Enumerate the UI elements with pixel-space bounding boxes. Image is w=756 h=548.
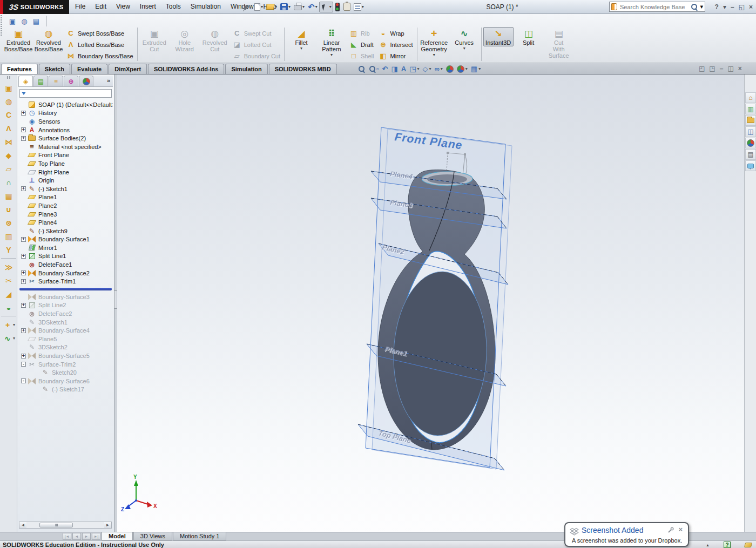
split-button[interactable]: Split ▾ bbox=[514, 27, 544, 46]
tree-item[interactable]: Sketch20 bbox=[18, 368, 113, 377]
doc-cascade-icon[interactable]: ◫ bbox=[727, 65, 733, 72]
replace-face-icon[interactable]: ▥ bbox=[1, 229, 16, 243]
search-dropdown-icon[interactable]: ▾ bbox=[700, 3, 703, 10]
dimxpertmanager-tab[interactable]: ⊕ bbox=[64, 76, 78, 86]
undo-button[interactable]: ↶▾ bbox=[306, 2, 319, 12]
doc-close-icon[interactable]: × bbox=[738, 65, 742, 72]
tree-item[interactable]: Plane1 bbox=[18, 193, 113, 202]
ribbon-block[interactable]: ▾ Rib Draft Shell bbox=[347, 27, 376, 61]
edit-appearance-icon[interactable] bbox=[446, 64, 454, 73]
solidworks-forum-tab[interactable] bbox=[745, 160, 756, 171]
extruded-boss-base-button[interactable]: Extruded Boss/Base ▾ bbox=[3, 27, 33, 52]
tree-item[interactable]: Plane2 bbox=[18, 201, 113, 210]
tree-item[interactable]: Top Plane bbox=[18, 159, 113, 168]
print-button[interactable]: ▾ bbox=[292, 2, 306, 12]
swept-surface-icon[interactable]: C bbox=[1, 108, 16, 121]
tree-item[interactable]: + History bbox=[18, 109, 113, 118]
tree-item[interactable]: + (-) Sketch1 bbox=[18, 185, 113, 193]
addin-icon-3[interactable]: ▤ bbox=[31, 17, 41, 26]
expand-toggle[interactable]: + bbox=[21, 254, 26, 259]
expand-toggle[interactable]: + bbox=[21, 328, 26, 333]
toolbar-grip[interactable] bbox=[1, 15, 2, 37]
doc-restore-left-icon[interactable]: ◰ bbox=[699, 65, 705, 72]
open-button[interactable]: ▾ bbox=[265, 2, 279, 12]
expand-toggle[interactable]: + bbox=[21, 279, 26, 284]
cut-with-surface-button[interactable]: Cut With Surface ▾ bbox=[544, 27, 574, 59]
feature-tree-filter-input[interactable] bbox=[28, 90, 110, 97]
tree-item[interactable]: Front Plane bbox=[18, 151, 113, 160]
ribbon-stack-button[interactable]: Draft bbox=[349, 39, 374, 50]
help-status-icon[interactable]: ? bbox=[724, 542, 731, 548]
apply-scene-icon[interactable]: ▾ bbox=[457, 64, 468, 73]
tree-item[interactable]: + Boundary-Surface1 bbox=[18, 235, 113, 244]
tree-item[interactable]: Origin bbox=[18, 176, 113, 185]
addin-icon-2[interactable]: ◍ bbox=[19, 17, 29, 26]
last-tab-button[interactable]: ►| bbox=[92, 533, 100, 540]
linear-pattern-button[interactable]: Linear Pattern ▾ bbox=[316, 27, 347, 57]
tree-item[interactable]: - Surface-Trim2 bbox=[18, 360, 113, 369]
expand-toggle[interactable]: + bbox=[21, 270, 26, 275]
viewport-3d-scene[interactable]: Front Plane Plane4 Plane3 Plane2 Plane1 … bbox=[117, 75, 744, 532]
ribbon-block[interactable]: ▾ Wrap Intersect Mirror bbox=[376, 27, 415, 61]
tree-item[interactable]: + Surface-Trim1 bbox=[18, 277, 113, 286]
expand-toggle[interactable]: + bbox=[21, 111, 26, 116]
instant3d-button[interactable]: Instant3D ▾ bbox=[483, 27, 514, 46]
notification-close-icon[interactable]: × bbox=[678, 525, 683, 533]
tag-icon[interactable] bbox=[744, 543, 752, 547]
tree-item[interactable]: DeleteFace1 bbox=[18, 260, 113, 269]
design-library-tab[interactable]: ▥ bbox=[745, 104, 756, 114]
ribbon-stack-button[interactable]: Shell bbox=[349, 51, 374, 61]
menu-item[interactable]: Tools bbox=[161, 0, 186, 13]
revolved-surface-icon[interactable]: ◍ bbox=[1, 94, 16, 108]
tree-item[interactable]: Plane3 bbox=[18, 210, 113, 219]
configurationmanager-tab[interactable]: ≡ bbox=[49, 76, 63, 86]
tree-item[interactable]: (-) Sketch17 bbox=[18, 385, 113, 394]
command-tab[interactable]: Simulation bbox=[225, 64, 267, 74]
expand-toggle[interactable]: - bbox=[21, 378, 26, 383]
tree-item[interactable]: + Split Line2 bbox=[18, 301, 113, 310]
propertymanager-tab[interactable]: ▤ bbox=[33, 76, 48, 86]
tree-item[interactable]: Plane4 bbox=[18, 218, 113, 227]
file-explorer-tab[interactable] bbox=[745, 115, 756, 126]
trim-surface-icon[interactable]: ✂ bbox=[1, 274, 16, 287]
planar-surface-icon[interactable]: ▱ bbox=[1, 162, 16, 175]
tree-item[interactable]: 3DSketch1 bbox=[18, 318, 113, 327]
offset-surface-icon[interactable]: ◆ bbox=[1, 148, 16, 162]
dropdown-arrow-icon[interactable]: ▾ bbox=[463, 46, 465, 51]
menu-item[interactable]: Insert bbox=[135, 0, 161, 13]
dropdown-arrow-icon[interactable]: ▾ bbox=[300, 46, 302, 51]
extend-surface-icon[interactable]: ≫ bbox=[1, 258, 16, 274]
tree-item[interactable]: + Boundary-Surface2 bbox=[18, 269, 113, 278]
minimize-button[interactable]: – bbox=[731, 3, 734, 11]
command-tab[interactable]: Features bbox=[1, 64, 38, 74]
tree-item[interactable]: Boundary-Surface3 bbox=[18, 293, 113, 301]
tree-item[interactable]: Material <not specified> bbox=[18, 143, 113, 151]
reference-geometry-button[interactable]: Reference Geometry ▾ bbox=[419, 27, 449, 57]
filled-surface-icon[interactable]: ◒ bbox=[1, 301, 16, 314]
new-document-button[interactable]: ▾ bbox=[253, 2, 265, 12]
tree-item[interactable]: + Annotations bbox=[18, 126, 113, 134]
display-style-icon[interactable]: ◇▾ bbox=[423, 64, 431, 73]
save-button[interactable]: ▾ bbox=[279, 2, 292, 12]
tree-item[interactable]: SOAP (1) (Default<<Default>_ bbox=[18, 100, 113, 109]
scroll-left-arrow-icon[interactable]: ◄ bbox=[19, 522, 26, 528]
tree-item[interactable]: + Surface Bodies(2) bbox=[18, 134, 113, 143]
ribbon-stack-button[interactable]: Swept Boss/Base bbox=[66, 28, 133, 38]
ribbon-stack-button[interactable]: Wrap bbox=[378, 28, 413, 38]
tree-item[interactable]: Plane5 bbox=[18, 335, 113, 343]
command-tab[interactable]: Sketch bbox=[39, 64, 70, 74]
expand-toggle[interactable]: + bbox=[21, 186, 26, 191]
menu-item[interactable]: Edit bbox=[90, 0, 111, 13]
zoom-to-fit-icon[interactable] bbox=[358, 64, 366, 73]
options-clipboard-icon[interactable] bbox=[343, 3, 350, 11]
ribbon-stack-button[interactable]: Boundary Cut bbox=[232, 51, 280, 61]
first-tab-button[interactable]: |◄ bbox=[63, 533, 71, 540]
untrim-surface-icon[interactable]: Y bbox=[1, 243, 16, 256]
rollback-bar[interactable] bbox=[19, 288, 112, 290]
view-settings-icon[interactable]: ▦▾ bbox=[471, 64, 481, 73]
scrollbar-thumb[interactable] bbox=[39, 523, 73, 527]
tree-item[interactable]: (-) Sketch9 bbox=[18, 227, 113, 235]
boundary-surface-icon[interactable]: ⋈ bbox=[1, 135, 16, 148]
help-dropdown[interactable]: ▾ bbox=[723, 3, 726, 11]
command-tab[interactable]: DimXpert bbox=[109, 64, 147, 74]
